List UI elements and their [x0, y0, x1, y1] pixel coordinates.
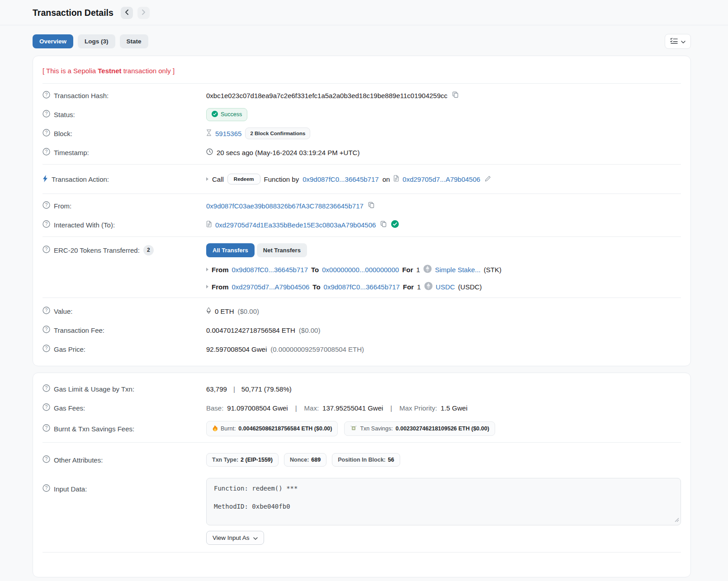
gas-limit-row: ? Gas Limit & Usage by Txn: 63,799 | 50,…	[43, 379, 681, 398]
help-icon[interactable]: ?	[43, 484, 50, 493]
gas-price-eth: (0.000000092597008504 ETH)	[270, 345, 364, 353]
help-icon[interactable]: ?	[43, 91, 50, 100]
tab-state[interactable]: State	[120, 34, 148, 48]
all-transfers-button[interactable]: All Transfers	[206, 243, 255, 257]
edit-action-button[interactable]	[484, 175, 492, 184]
svg-text:?: ?	[45, 457, 48, 462]
verified-check-icon	[391, 220, 399, 229]
tabs-row: Overview Logs (3) State	[33, 34, 691, 49]
svg-text:?: ?	[45, 203, 48, 208]
svg-text:?: ?	[45, 130, 48, 135]
pipe-separator: |	[233, 385, 235, 393]
fire-icon	[212, 425, 218, 433]
help-icon[interactable]: ?	[43, 326, 50, 335]
input-data-label: Input Data:	[54, 485, 87, 493]
timestamp-value: 20 secs ago (May-16-2024 03:19:24 PM +UT…	[217, 149, 359, 156]
help-icon[interactable]: ?	[43, 129, 50, 138]
other-attributes-label: Other Attributes:	[54, 456, 103, 464]
net-transfers-button[interactable]: Net Transfers	[257, 243, 307, 257]
action-from-link[interactable]: 0x9d087fC0...36645b717	[303, 175, 378, 183]
burnt-label-text: Burnt:	[221, 425, 236, 432]
other-attributes-row: ? Other Attributes: Txn Type: 2 (EIP-155…	[43, 447, 681, 472]
value-label: Value:	[54, 307, 72, 315]
gas-used-value: 50,771 (79.58%)	[241, 385, 292, 393]
next-transaction-button[interactable]	[137, 7, 150, 19]
copy-hash-button[interactable]	[451, 90, 459, 100]
details-card: ? Gas Limit & Usage by Txn: 63,799 | 50,…	[33, 373, 691, 577]
svg-text:?: ?	[45, 425, 48, 430]
from-label: From:	[54, 202, 71, 210]
block-label: Block:	[54, 130, 72, 137]
transfer-token-link[interactable]: Simple Stake...	[435, 266, 481, 274]
svg-text:?: ?	[45, 149, 48, 154]
action-call-text: Call	[212, 175, 224, 183]
copy-to-button[interactable]	[379, 220, 388, 230]
caret-right-icon	[206, 285, 208, 288]
help-icon[interactable]: ?	[43, 148, 50, 157]
copy-icon	[452, 91, 459, 99]
transfer-token-link[interactable]: USDC	[436, 283, 455, 291]
card-filler	[43, 553, 681, 574]
svg-text:?: ?	[45, 222, 48, 227]
chevron-right-icon	[142, 9, 146, 16]
to-address-link[interactable]: 0xd29705d74d1Ea335bBede15E3c0803aA79b045…	[215, 221, 376, 229]
transfer-from-link[interactable]: 0x9d087fC0...36645b717	[232, 266, 308, 274]
copy-from-button[interactable]	[367, 201, 375, 211]
txn-savings-badge: Txn Savings: 0.002302746218109526 ETH ($…	[344, 421, 495, 436]
prev-transaction-button[interactable]	[121, 7, 133, 19]
nonce-label-text: Nonce:	[290, 457, 309, 463]
transfer-to-link[interactable]: 0x9d087fC0...36645b717	[324, 283, 400, 291]
from-address-link[interactable]: 0x9d087fC03ae39b088326b67fA3C788236645b7…	[206, 202, 364, 210]
help-icon[interactable]: ?	[43, 384, 50, 393]
transaction-hash-label: Transaction Hash:	[54, 92, 109, 99]
help-icon[interactable]: ?	[43, 246, 50, 255]
help-icon[interactable]: ?	[43, 424, 50, 433]
nonce-value: 689	[311, 457, 321, 463]
tab-logs[interactable]: Logs (3)	[78, 34, 115, 48]
pipe-separator: |	[390, 404, 392, 412]
action-function-by-text: Function by	[264, 175, 299, 183]
transfer-to-link[interactable]: 0x00000000...000000000	[322, 266, 399, 274]
input-data-box[interactable]: Function: redeem() *** MethodID: 0xbe040…	[206, 478, 681, 525]
help-icon[interactable]: ?	[43, 345, 50, 354]
help-icon[interactable]: ?	[43, 201, 50, 210]
pencil-icon	[485, 175, 491, 183]
from-row: ? From: 0x9d087fC03ae39b088326b67fA3C788…	[43, 196, 681, 215]
help-icon[interactable]: ?	[43, 403, 50, 412]
help-icon[interactable]: ?	[43, 110, 50, 119]
action-contract-link[interactable]: 0xd29705d7...A79b04506	[402, 175, 480, 183]
display-options-button[interactable]	[665, 34, 691, 49]
status-badge: Success	[206, 108, 247, 121]
status-row: ? Status: Success	[43, 105, 681, 124]
help-icon[interactable]: ?	[43, 307, 50, 316]
resize-handle[interactable]	[675, 516, 679, 524]
block-row: ? Block: 5915365 2 Block Confirmations	[43, 124, 681, 143]
input-data-methodid: MethodID: 0xbe040fb0	[214, 503, 673, 510]
burnt-fees-row: ? Burnt & Txn Savings Fees: Burnt: 0.004…	[43, 417, 681, 440]
value-amount: 0 ETH	[215, 307, 234, 315]
input-data-row: ? Input Data: Function: redeem() *** Met…	[43, 472, 681, 552]
txn-type-label-text: Txn Type:	[212, 457, 238, 463]
transfer-to-label: To	[311, 266, 319, 274]
value-usd: ($0.00)	[238, 307, 260, 315]
svg-text:?: ?	[45, 386, 48, 391]
transaction-fee-usd: ($0.00)	[299, 326, 321, 334]
timestamp-label: Timestamp:	[54, 149, 89, 156]
timestamp-row: ? Timestamp: 20 secs ago (May-16-2024 03…	[43, 143, 681, 162]
block-number-link[interactable]: 5915365	[215, 130, 241, 137]
svg-text:?: ?	[45, 92, 48, 97]
txn-type-badge: Txn Type: 2 (EIP-1559)	[206, 453, 279, 467]
help-icon[interactable]: ?	[43, 220, 50, 229]
transfer-from-link[interactable]: 0xd29705d7...A79b04506	[232, 283, 310, 291]
svg-text:?: ?	[45, 405, 48, 410]
max-fee-value: 137.95255041 Gwei	[322, 404, 383, 412]
value-row: ? Value: 0 ETH ($0.00)	[43, 302, 681, 321]
tabs: Overview Logs (3) State	[33, 34, 148, 48]
transfer-from-label: From	[212, 266, 229, 274]
view-input-as-button[interactable]: View Input As	[206, 531, 264, 545]
transfer-amount: 1	[417, 283, 421, 291]
list-check-icon	[670, 38, 678, 45]
help-icon[interactable]: ?	[43, 455, 50, 464]
tab-overview[interactable]: Overview	[33, 34, 73, 48]
chevron-down-icon	[253, 534, 258, 541]
